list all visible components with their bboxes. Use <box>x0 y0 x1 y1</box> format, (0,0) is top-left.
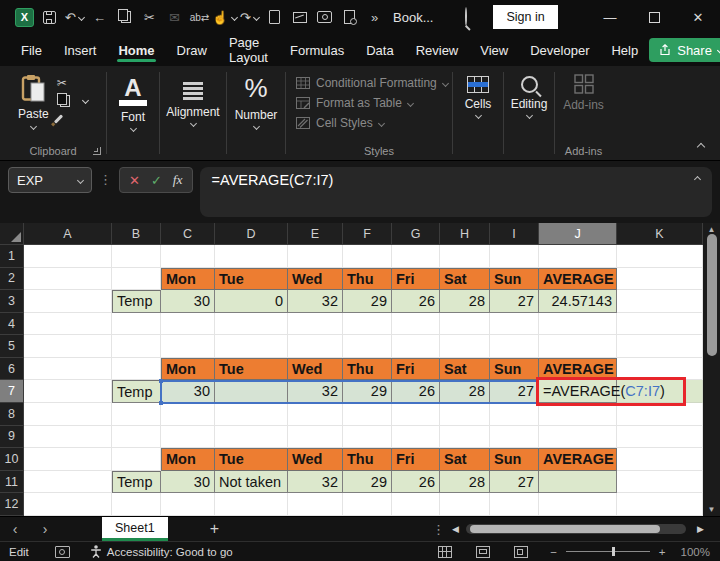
select-all-corner[interactable] <box>0 223 24 245</box>
macro-record-icon[interactable] <box>55 546 70 558</box>
next-sheet-icon[interactable]: › <box>30 521 60 537</box>
cell-C11[interactable]: 30 <box>161 471 215 494</box>
cell-J3[interactable]: 24.57143 <box>539 290 617 313</box>
cell-C4[interactable] <box>161 313 215 336</box>
undo-icon[interactable]: ↶ <box>62 5 87 29</box>
cell-G5[interactable] <box>392 335 440 358</box>
cell-I9[interactable] <box>490 426 539 449</box>
cell-C5[interactable] <box>161 335 215 358</box>
col-header-D[interactable]: D <box>215 223 288 245</box>
tab-home[interactable]: Home <box>107 34 165 66</box>
col-header-I[interactable]: I <box>490 223 539 245</box>
cell-A8[interactable] <box>24 403 112 426</box>
close-button[interactable]: ✕ <box>676 0 720 34</box>
cell-J2[interactable]: AVERAGE <box>539 268 617 291</box>
cell-F7[interactable]: 29 <box>343 380 392 403</box>
cell-I3[interactable]: 27 <box>490 290 539 313</box>
cell-B9[interactable] <box>112 426 161 449</box>
tab-formulas[interactable]: Formulas <box>279 34 355 66</box>
cell-I12[interactable] <box>490 493 539 516</box>
cell-J11[interactable] <box>539 471 617 494</box>
cell-B7[interactable]: Temp <box>112 380 161 403</box>
cell-C7[interactable]: 30 <box>161 380 215 403</box>
cell-E6[interactable]: Wed <box>288 358 343 381</box>
cell-B4[interactable] <box>112 313 161 336</box>
page-break-view-icon[interactable] <box>514 546 528 558</box>
zoom-slider-thumb[interactable] <box>612 547 615 556</box>
cell-K4[interactable] <box>617 313 703 336</box>
tab-insert[interactable]: Insert <box>53 34 108 66</box>
scroll-down-icon[interactable]: ▼ <box>703 505 720 514</box>
tab-developer[interactable]: Developer <box>519 34 600 66</box>
cell-E12[interactable] <box>288 493 343 516</box>
cell-K12[interactable] <box>617 493 703 516</box>
cell-D10[interactable]: Tue <box>215 448 288 471</box>
cell-B3[interactable]: Temp <box>112 290 161 313</box>
scroll-left-icon[interactable]: ◀ <box>452 524 459 534</box>
cell-B2[interactable] <box>112 268 161 291</box>
row-header-2[interactable]: 2 <box>0 268 24 291</box>
cell-I6[interactable]: Sun <box>490 358 539 381</box>
more-commands-icon[interactable]: » <box>362 5 387 29</box>
cell-B11[interactable]: Temp <box>112 471 161 494</box>
cell-E9[interactable] <box>288 426 343 449</box>
cell-D11[interactable]: Not taken <box>215 471 288 494</box>
cell-C9[interactable] <box>161 426 215 449</box>
cell-D6[interactable]: Tue <box>215 358 288 381</box>
cell-J9[interactable] <box>539 426 617 449</box>
cell-G6[interactable]: Fri <box>392 358 440 381</box>
row-header-7[interactable]: 7 <box>0 380 24 403</box>
cell-D3[interactable]: 0 <box>215 290 288 313</box>
tab-review[interactable]: Review <box>405 34 470 66</box>
col-header-E[interactable]: E <box>288 223 343 245</box>
cell-F11[interactable]: 29 <box>343 471 392 494</box>
save-icon[interactable] <box>37 5 62 29</box>
copy-button[interactable] <box>57 94 88 107</box>
collapse-ribbon-icon[interactable] <box>697 143 705 151</box>
row-header-12[interactable]: 12 <box>0 493 24 516</box>
tab-view[interactable]: View <box>469 34 519 66</box>
cell-H5[interactable] <box>440 335 490 358</box>
cell-C12[interactable] <box>161 493 215 516</box>
format-painter-button[interactable] <box>57 112 60 125</box>
cell-H11[interactable]: 28 <box>440 471 490 494</box>
cell-E11[interactable]: 32 <box>288 471 343 494</box>
cell-B8[interactable] <box>112 403 161 426</box>
collapse-formula-bar-icon[interactable] <box>694 176 701 183</box>
cell-E3[interactable]: 32 <box>288 290 343 313</box>
cell-I4[interactable] <box>490 313 539 336</box>
cell-D2[interactable]: Tue <box>215 268 288 291</box>
row-header-10[interactable]: 10 <box>0 448 24 471</box>
name-box[interactable]: EXP <box>8 167 92 193</box>
cell-C1[interactable] <box>161 245 215 268</box>
search-icon[interactable] <box>465 8 467 26</box>
cell-K2[interactable] <box>617 268 703 291</box>
sign-in-button[interactable]: Sign in <box>493 5 557 29</box>
sheet-options-dots-icon[interactable]: ⋮ <box>432 522 445 537</box>
cell-B1[interactable] <box>112 245 161 268</box>
zoom-in-icon[interactable]: + <box>659 546 666 558</box>
cell-K9[interactable] <box>617 426 703 449</box>
row-header-6[interactable]: 6 <box>0 358 24 381</box>
tab-help[interactable]: Help <box>600 34 649 66</box>
cell-I10[interactable]: Sun <box>490 448 539 471</box>
cell-F2[interactable]: Thu <box>343 268 392 291</box>
cut-button[interactable]: ✂ <box>57 76 67 89</box>
row-header-11[interactable]: 11 <box>0 471 24 494</box>
editing-group-button[interactable]: Editing <box>504 66 554 160</box>
cut-icon[interactable]: ✂ <box>137 5 162 29</box>
cell-F10[interactable]: Thu <box>343 448 392 471</box>
cell-styles-button[interactable]: Cell Styles <box>296 113 384 133</box>
cell-C10[interactable]: Mon <box>161 448 215 471</box>
cell-G1[interactable] <box>392 245 440 268</box>
cell-I8[interactable] <box>490 403 539 426</box>
redo-icon[interactable]: ↷ <box>237 5 262 29</box>
cell-G9[interactable] <box>392 426 440 449</box>
cell-H9[interactable] <box>440 426 490 449</box>
cell-G11[interactable]: 26 <box>392 471 440 494</box>
horizontal-scroll-thumb[interactable] <box>470 525 660 533</box>
cell-A4[interactable] <box>24 313 112 336</box>
cell-G12[interactable] <box>392 493 440 516</box>
cell-F12[interactable] <box>343 493 392 516</box>
cell-B12[interactable] <box>112 493 161 516</box>
